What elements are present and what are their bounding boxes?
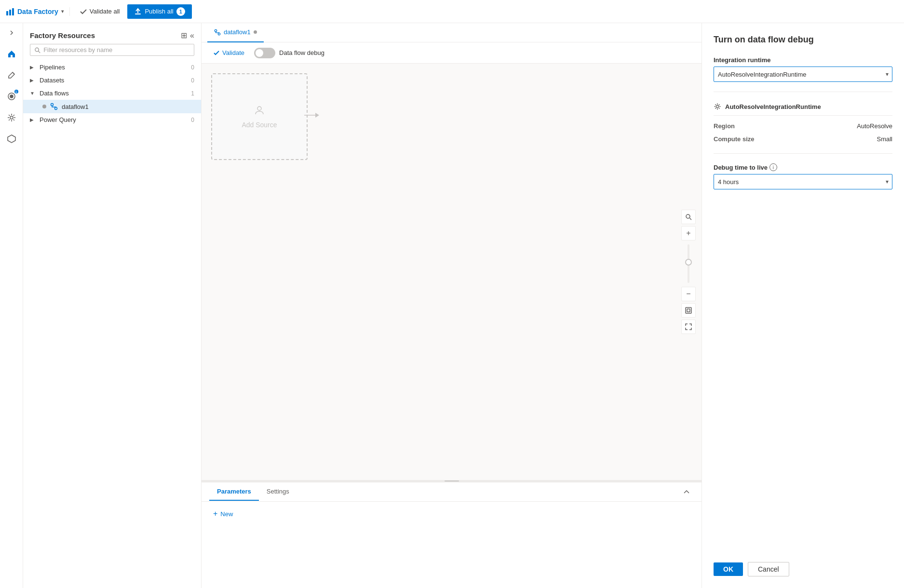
bottom-panel-close-button[interactable] xyxy=(679,485,694,499)
svg-point-12 xyxy=(215,29,216,31)
right-panel-title: Turn on data flow debug xyxy=(714,35,892,45)
powerquery-count: 0 xyxy=(191,117,194,123)
tree-child-dataflow1[interactable]: dataflow1 xyxy=(23,100,201,113)
tab-dataflow1[interactable]: dataflow1 xyxy=(207,23,264,42)
sidebar-item-tools[interactable] xyxy=(2,129,21,148)
pipelines-arrow: ▶ xyxy=(30,65,36,70)
tab-parameters-label: Parameters xyxy=(217,488,251,495)
tab-dataflow1-icon xyxy=(214,29,221,36)
validate-all-label: Validate all xyxy=(90,8,120,15)
sidebar-item-home[interactable] xyxy=(2,44,21,64)
tree-item-dataflows[interactable]: ▼ Data flows 1 xyxy=(23,87,201,100)
add-source-content: Add Source xyxy=(242,105,277,129)
add-source-label: Add Source xyxy=(242,121,277,129)
debug-toggle[interactable] xyxy=(254,48,275,58)
brand: Data Factory ▾ xyxy=(6,7,70,16)
zoom-slider-track xyxy=(688,244,689,283)
resources-title: Factory Resources xyxy=(30,31,95,40)
select-all-button[interactable] xyxy=(681,320,696,334)
region-label: Region xyxy=(714,122,735,130)
search-input[interactable] xyxy=(43,46,190,53)
add-source-box[interactable]: Add Source xyxy=(211,73,308,160)
publish-all-button[interactable]: Publish all 1 xyxy=(127,4,191,19)
brand-chevron[interactable]: ▾ xyxy=(61,9,64,14)
cancel-button[interactable]: Cancel xyxy=(748,562,789,576)
resources-collapse-icon[interactable]: « xyxy=(190,31,194,40)
datasets-count: 0 xyxy=(191,77,194,84)
debug-ttl-label: Debug time to live xyxy=(714,164,768,171)
canvas-toolbar: Validate Data flow debug xyxy=(202,42,702,64)
svg-point-14 xyxy=(257,107,261,110)
dataflow1-status-dot xyxy=(42,105,46,108)
debug-toggle-container: Data flow debug xyxy=(254,48,324,58)
zoom-in-icon: + xyxy=(686,229,690,238)
runtime-icon-row: AutoResolveIntegrationRuntime xyxy=(714,103,821,110)
svg-point-10 xyxy=(51,104,54,106)
bottom-panel: Parameters Settings + New xyxy=(202,482,702,588)
svg-point-21 xyxy=(716,106,719,108)
add-source-arrow xyxy=(302,108,321,125)
powerquery-arrow: ▶ xyxy=(30,117,36,122)
tab-dataflow1-label: dataflow1 xyxy=(224,28,251,36)
tab-parameters[interactable]: Parameters xyxy=(209,483,259,501)
validate-all-button[interactable]: Validate all xyxy=(76,6,124,17)
canvas-container: Add Source xyxy=(202,64,702,480)
zoom-out-icon: − xyxy=(686,290,690,298)
svg-marker-7 xyxy=(8,135,15,143)
zoom-slider-thumb[interactable] xyxy=(685,259,692,266)
svg-rect-20 xyxy=(687,309,690,312)
integration-runtime-select[interactable]: AutoResolveIntegrationRuntime xyxy=(714,67,892,82)
debug-ttl-select[interactable]: 1 hour 2 hours 4 hours 8 hours xyxy=(714,174,892,189)
resources-pin-icon[interactable]: ⊞ xyxy=(181,31,187,40)
compute-size-value: Small xyxy=(877,135,892,143)
topbar: Data Factory ▾ Validate all Publish all … xyxy=(0,0,904,23)
validate-button[interactable]: Validate xyxy=(209,47,248,58)
sidebar-item-monitor[interactable]: 1 xyxy=(2,87,21,106)
canvas-controls: + − xyxy=(681,210,696,334)
runtime-gear-icon xyxy=(714,103,721,110)
monitor-notification-dot: 1 xyxy=(14,90,18,94)
dataflows-label: Data flows xyxy=(40,90,69,97)
zoom-out-button[interactable]: − xyxy=(681,287,696,301)
brand-label: Data Factory xyxy=(17,8,58,15)
tab-settings-label: Settings xyxy=(267,488,289,495)
validate-label: Validate xyxy=(222,49,244,56)
new-parameter-button[interactable]: + New xyxy=(209,508,237,520)
integration-runtime-select-wrapper: AutoResolveIntegrationRuntime ▾ xyxy=(714,67,892,82)
compute-size-row: Compute size Small xyxy=(714,133,892,146)
sidebar-item-author[interactable] xyxy=(2,66,21,85)
new-btn-plus-icon: + xyxy=(213,509,217,518)
publish-icon xyxy=(134,8,142,15)
resources-header: Factory Resources ⊞ « xyxy=(23,23,201,44)
fit-view-button[interactable] xyxy=(681,303,696,318)
debug-ttl-select-wrapper: 1 hour 2 hours 4 hours 8 hours ▾ xyxy=(714,174,892,189)
dataflows-count: 1 xyxy=(191,90,194,97)
tree-item-datasets[interactable]: ▶ Datasets 0 xyxy=(23,74,201,87)
svg-point-11 xyxy=(55,107,57,110)
tree-item-pipelines[interactable]: ▶ Pipelines 0 xyxy=(23,61,201,74)
compute-size-label: Compute size xyxy=(714,135,755,143)
main-layout: 1 Factory Resources ⊞ « xyxy=(0,23,904,588)
debug-toggle-label: Data flow debug xyxy=(279,49,324,56)
new-btn-label: New xyxy=(220,510,233,518)
tab-settings[interactable]: Settings xyxy=(259,483,297,501)
right-panel: Turn on data flow debug Integration runt… xyxy=(702,23,904,588)
ok-button[interactable]: OK xyxy=(714,562,743,576)
tree-item-powerquery[interactable]: ▶ Power Query 0 xyxy=(23,113,201,126)
svg-line-9 xyxy=(38,51,40,53)
svg-rect-1 xyxy=(9,10,11,15)
svg-rect-2 xyxy=(12,8,14,15)
sidebar-collapse-chevron[interactable] xyxy=(6,27,17,39)
tab-bar: dataflow1 xyxy=(202,23,702,42)
factory-icon xyxy=(6,7,14,16)
svg-rect-3 xyxy=(135,13,141,14)
debug-ttl-info-icon[interactable]: i xyxy=(769,163,777,171)
svg-point-13 xyxy=(218,33,220,35)
svg-rect-0 xyxy=(6,11,8,15)
sidebar-item-manage[interactable] xyxy=(2,108,21,127)
search-bar xyxy=(30,44,194,56)
search-canvas-button[interactable] xyxy=(681,210,696,224)
search-icon xyxy=(34,47,40,53)
zoom-in-button[interactable]: + xyxy=(681,226,696,241)
tab-dataflow1-dot xyxy=(254,30,257,34)
